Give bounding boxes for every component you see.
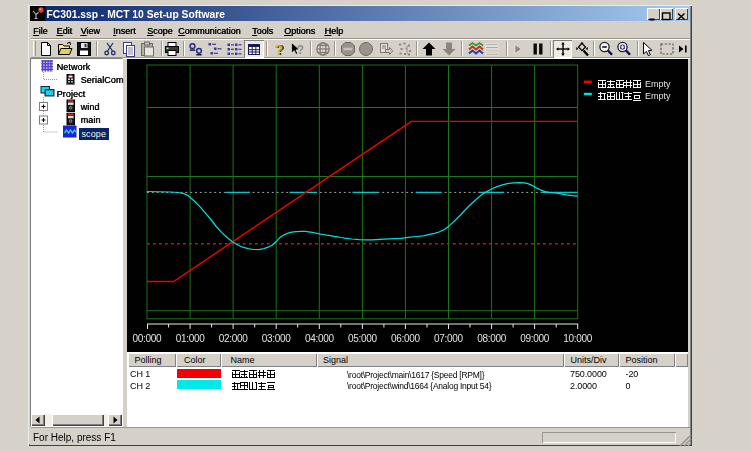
svg-text:?: ? [274, 42, 283, 58]
